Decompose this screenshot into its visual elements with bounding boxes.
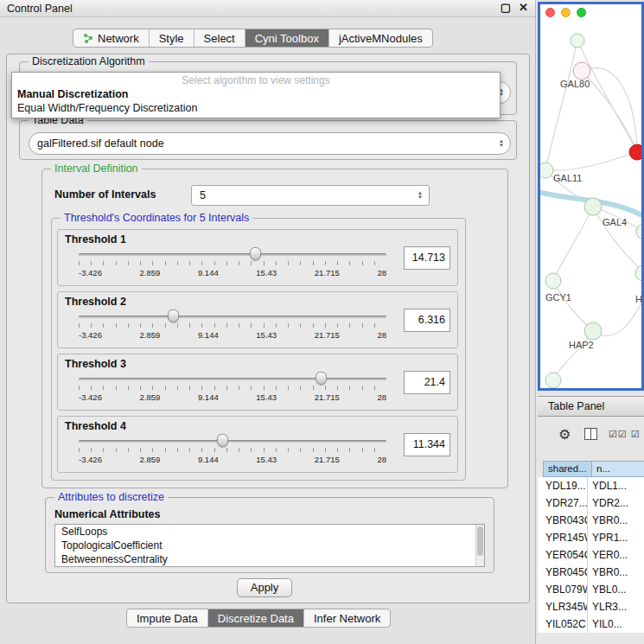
node-gal11[interactable] [540, 163, 553, 178]
threshold-3-slider[interactable]: -3.4262.8599.14415.4321.71528 [79, 372, 386, 410]
columns-icon[interactable] [584, 428, 597, 443]
window-controls [545, 8, 586, 17]
stepper-icon: ▲▼ [418, 191, 423, 200]
threshold-4-value[interactable]: 11.344 [404, 433, 450, 456]
slider-thumb[interactable] [316, 372, 327, 385]
threshold-2-label: Threshold 2 [65, 296, 126, 308]
gear-icon[interactable]: ⚙ [558, 426, 571, 443]
node-gal4[interactable] [584, 198, 602, 215]
table-row[interactable]: YDL19... YDL1... [538, 477, 644, 494]
threshold-4-slider[interactable]: -3.4262.8599.14415.4321.71528 [79, 434, 386, 472]
table-row[interactable]: YLR345W YLR3... [538, 598, 644, 615]
threshold-2-panel: Threshold 2 -3.4262.8599.14415.4321.7152… [57, 291, 458, 348]
list-item[interactable]: BetweennessCentrality [55, 552, 484, 566]
node-label: GAL11 [553, 173, 582, 183]
number-of-intervals-select[interactable]: 5 ▲▼ [191, 185, 430, 206]
list-item[interactable]: TopologicalCoefficient [55, 539, 484, 552]
table-row[interactable]: YIL052C YIL0... [538, 615, 644, 633]
table-data-selected-value: galFiltered.sif default node [37, 137, 164, 150]
node-label-partial: H [635, 294, 641, 304]
float-window-icon[interactable]: ▢ [501, 1, 511, 14]
threshold-2-slider[interactable]: -3.4262.8599.14415.4321.71528 [79, 309, 386, 348]
scrollbar-thumb[interactable] [477, 526, 483, 556]
node[interactable] [635, 265, 641, 281]
threshold-coordinates-group-title: Threshold's Coordinates for 5 Intervals [61, 212, 252, 224]
node[interactable] [545, 373, 561, 388]
threshold-3-value[interactable]: 21.4 [404, 371, 450, 394]
tab-select[interactable]: Select [194, 29, 245, 47]
threshold-4-label: Threshold 4 [65, 420, 126, 432]
slider-thumb[interactable] [168, 309, 179, 322]
table-row[interactable]: YPR145W YPR1... [538, 529, 644, 546]
node-label: HAP2 [569, 340, 594, 350]
control-panel: Control Panel ▢ ✕ Network Style Select C… [0, 0, 536, 644]
minimize-traffic-icon[interactable] [561, 8, 571, 17]
slider-track[interactable] [79, 316, 386, 318]
slider-scale: -3.4262.8599.14415.4321.71528 [79, 455, 386, 464]
threshold-2-value[interactable]: 6.316 [404, 309, 450, 332]
slider-track[interactable] [79, 378, 386, 380]
slider-track[interactable] [79, 253, 386, 256]
slider-track[interactable] [79, 440, 386, 443]
tab-style[interactable]: Style [150, 29, 194, 47]
attributes-group-title: Attributes to discretize [54, 491, 168, 503]
number-of-intervals-label: Number of Intervals [54, 188, 156, 201]
algorithm-option-manual[interactable]: Manual Discretization [12, 87, 500, 101]
close-traffic-icon[interactable] [545, 8, 555, 17]
number-of-intervals-value: 5 [200, 189, 206, 201]
slider-scale: -3.4262.8599.14415.4321.71528 [79, 392, 386, 402]
node-selected-red[interactable] [629, 144, 641, 160]
table-row[interactable]: YBL079W YBL0... [538, 581, 644, 598]
control-panel-titlebar[interactable]: Control Panel ▢ ✕ [0, 0, 535, 17]
tab-network[interactable]: Network [73, 29, 150, 47]
stepper-icon: ▲▼ [499, 139, 504, 148]
close-icon[interactable]: ✕ [519, 1, 528, 14]
table-row[interactable]: YER054C YER0... [538, 546, 644, 564]
slider-scale: -3.4262.8599.14415.4321.71528 [79, 330, 386, 340]
list-scrollbar[interactable] [475, 525, 484, 566]
column-header-name[interactable]: n... [592, 461, 644, 477]
table-panel-title: Table Panel [548, 400, 604, 412]
slider-ticks [79, 261, 386, 265]
cyni-toolbox-panel: Discretization Algorithm ▲▼ Select algor… [6, 54, 530, 603]
threshold-1-value[interactable]: 14.713 [404, 246, 450, 270]
tab-network-label: Network [98, 32, 139, 45]
list-item[interactable]: SelfLoops [55, 525, 484, 539]
table-row[interactable]: YDR27... YDR2... [538, 494, 644, 512]
tab-jactivemodules[interactable]: jActiveMNodules [329, 29, 432, 47]
discretization-algorithm-group-title: Discretization Algorithm [29, 55, 149, 67]
tab-infer-network[interactable]: Infer Network [304, 609, 390, 627]
node[interactable] [571, 34, 584, 48]
algorithm-option-equal-width[interactable]: Equal Width/Frequency Discretization [12, 101, 500, 118]
numerical-attributes-label: Numerical Attributes [54, 508, 160, 520]
table-row[interactable]: YBR043C YBR0... [538, 512, 644, 529]
table-panel-titlebar[interactable]: Table Panel [538, 396, 644, 417]
network-view-window[interactable]: GAL80 GAL11 GAL4 GCY1 HAP2 H [538, 2, 644, 391]
tab-discretize-data[interactable]: Discretize Data [208, 609, 304, 627]
threshold-1-slider[interactable]: -3.4262.8599.14415.4321.71528 [79, 247, 386, 285]
network-canvas[interactable]: GAL80 GAL11 GAL4 GCY1 HAP2 H [540, 22, 641, 388]
apply-button[interactable]: Apply [237, 578, 292, 597]
table-header-row: shared... n... [538, 461, 644, 477]
table-data-group: Table Data galFiltered.sif default node … [19, 120, 517, 160]
interval-definition-group-title: Interval Definition [51, 163, 142, 175]
control-panel-title: Control Panel [7, 3, 73, 15]
node-gal80[interactable] [573, 62, 590, 80]
table-row[interactable]: YBR045C YBR0... [538, 564, 644, 581]
column-header-shared-name[interactable]: shared... [543, 461, 592, 477]
node-hap2[interactable] [584, 322, 602, 340]
zoom-traffic-icon[interactable] [577, 8, 586, 17]
node-gcy1[interactable] [545, 273, 561, 289]
algorithm-placeholder-option[interactable]: Select algorithm to view settings [12, 73, 500, 87]
tab-impute-data[interactable]: Impute Data [127, 609, 208, 627]
threshold-3-panel: Threshold 3 -3.4262.8599.14415.4321.7152… [57, 354, 458, 411]
checkbox-filter-icons[interactable]: ☑☑ ☑ [609, 429, 641, 440]
node[interactable] [636, 224, 641, 239]
numerical-attributes-list[interactable]: SelfLoops TopologicalCoefficient Between… [54, 524, 485, 567]
slider-thumb[interactable] [217, 434, 228, 447]
slider-thumb[interactable] [250, 247, 261, 260]
tab-cyni-toolbox[interactable]: Cyni Toolbox [245, 29, 329, 47]
node-label: GAL4 [603, 217, 627, 227]
network-icon [83, 33, 93, 43]
table-data-select[interactable]: galFiltered.sif default node ▲▼ [29, 132, 511, 155]
